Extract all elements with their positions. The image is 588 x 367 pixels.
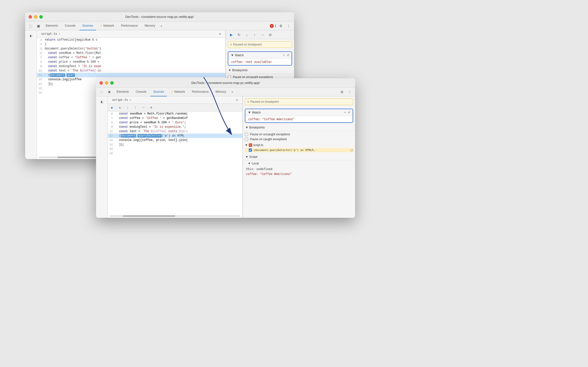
more-options-icon-1[interactable]: ⋮ (285, 23, 292, 29)
close-button-2[interactable] (99, 81, 103, 85)
step-out-btn-2[interactable]: ↑ (132, 104, 139, 111)
minimize-button-2[interactable] (105, 81, 108, 85)
breakpoints-header-1[interactable]: ▼ Breakpoints (226, 67, 294, 74)
step-into-btn-2[interactable]: ↓ (124, 104, 131, 111)
minimize-button-1[interactable] (34, 15, 37, 19)
triangle-icon-2: ▼ (248, 111, 251, 114)
step-over-btn-1[interactable]: ↻ (236, 31, 242, 38)
watch-title-1[interactable]: ▼ Watch (231, 53, 244, 57)
expand-icon-1[interactable]: ⊡ (217, 31, 223, 37)
info-icon-1: ℹ (230, 43, 232, 46)
device-icon-2[interactable]: ▣ (106, 89, 113, 95)
step-over-btn-2[interactable]: ↻ (117, 104, 123, 111)
file-nav-icon-1[interactable]: ◧ (28, 32, 34, 39)
code-line2-12: 12 (document.querySelector('p') as HTML (108, 134, 242, 138)
code-line-9: 9 const endingText = 'It is expe (37, 64, 225, 69)
deactivate-btn-2[interactable]: ⊘ (148, 104, 155, 111)
add-watch-btn-2[interactable]: + (344, 111, 346, 114)
cursor-icon-2[interactable]: ⬚ (98, 89, 105, 95)
file-tab-close-2[interactable]: ✕ (130, 98, 131, 102)
paused-banner-1: ℹ Paused on breakpoint (228, 41, 292, 48)
more-tabs-icon-2[interactable]: » (230, 90, 235, 94)
file-tabs-1: script.ts ✕ ⊡ (37, 30, 225, 38)
code-scroll-2[interactable]: 6 const seedNum = Math.floor(Math.random… (108, 112, 242, 214)
devtools-tabs-2: ⬚ ▣ Elements Console Sources Network Per… (96, 88, 355, 96)
code-line-7: 7 const coffee = 'Coffee ' + get (37, 55, 225, 60)
file-tab-1[interactable]: script.ts ✕ (39, 31, 63, 37)
watch-actions-1: + ↺ (283, 54, 289, 57)
scope-coffee: coffee: "Coffee Americano" (243, 172, 355, 176)
breakpoints-header-2[interactable]: ▼ Breakpoints (243, 124, 355, 131)
bp-caught-2: Pause on caught exceptions (245, 137, 353, 142)
watch-header-2: ▼ Watch + ↺ (245, 109, 353, 116)
tab-elements-1[interactable]: Elements (43, 22, 61, 30)
add-watch-btn-1[interactable]: + (283, 54, 285, 57)
bp-caught-checkbox-2[interactable] (245, 138, 248, 141)
watch-item-1: coffee: <not available> (228, 59, 292, 65)
resume-btn-1[interactable]: ▶ (228, 31, 235, 38)
file-tab-close-1[interactable]: ✕ (59, 32, 60, 35)
refresh-watch-btn-2[interactable]: ↺ (348, 111, 350, 114)
tab-performance-2[interactable]: Performance (189, 88, 212, 96)
paused-banner-2: ℹ Paused on breakpoint (245, 98, 353, 105)
scope-header[interactable]: ▼ Scope (243, 154, 355, 160)
bp-triangle-2: ▼ (245, 126, 248, 129)
scroll-indicator-2 (110, 215, 240, 217)
close-button-1[interactable] (29, 15, 32, 19)
code-line2-9: 9 const endingText = 'It is expensive.'; (108, 125, 242, 129)
traffic-lights-2 (99, 81, 114, 85)
more-tabs-icon-1[interactable]: » (159, 24, 164, 28)
code-area-2: script.ts ✕ ⊡ ▶ ↻ ↓ ↑ → ⊘ (108, 96, 243, 218)
bp-entry-code: (document.querySelector('p') as HTMLP… (253, 149, 348, 152)
bp-entry-checkbox[interactable] (249, 149, 252, 152)
bp-file-header[interactable]: ▼ ts script.ts (245, 143, 353, 148)
window-title-1: DevTools - consistent-source-map-pc.netl… (125, 15, 194, 19)
tab-network-2[interactable]: Network (168, 88, 188, 96)
tab-sources-2[interactable]: Sources (150, 88, 167, 96)
title-bar-1: DevTools - consistent-source-map-pc.netl… (25, 12, 294, 22)
error-count-1: 1 (275, 24, 276, 28)
code-line2-8: 8 const price = seedNum % 100 + ' Euro'; (108, 120, 242, 125)
local-triangle: ▼ (248, 162, 251, 165)
expand-icon-2[interactable]: ⊡ (234, 97, 240, 103)
step-out-btn-1[interactable]: ↑ (251, 31, 258, 38)
watch-header-1: ▼ Watch + ↺ (228, 52, 292, 59)
step-into-btn-1[interactable]: ↓ (243, 31, 250, 38)
tab-network-1[interactable]: Network (97, 22, 117, 30)
cursor-icon[interactable]: ⬚ (27, 23, 34, 29)
step-btn-1[interactable]: → (259, 31, 266, 38)
tab-memory-2[interactable]: Memory (213, 88, 229, 96)
tab-elements-2[interactable]: Elements (114, 88, 132, 96)
tab-sources-1[interactable]: Sources (79, 22, 96, 30)
scroll-thumb-2 (123, 215, 175, 217)
maximize-button-1[interactable] (39, 15, 43, 19)
bp-file-name: script.ts (253, 143, 263, 147)
settings-icon-2[interactable]: ⚙ (338, 89, 345, 95)
settings-icon-1[interactable]: ⚙ (277, 23, 284, 29)
file-tab-2[interactable]: script.ts ✕ (110, 97, 133, 103)
file-tabs-2: script.ts ✕ ⊡ (108, 96, 242, 104)
more-options-icon-2[interactable]: ⋮ (346, 89, 353, 95)
code-line-6: 6 const seedNum = Math.floor(Mat (37, 51, 225, 55)
device-icon[interactable]: ▣ (35, 23, 42, 29)
bp-line-num: 12 (350, 149, 353, 152)
resume-btn-2[interactable]: ▶ (109, 104, 116, 111)
maximize-button-2[interactable] (110, 81, 114, 85)
refresh-watch-btn-1[interactable]: ↺ (287, 54, 289, 57)
window-title-2: DevTools - consistent-source-map-pc.netl… (191, 81, 260, 85)
code-line-4: 4 } (37, 42, 225, 46)
code-line-11: 11 const text = `The ${coffee} co (37, 69, 225, 73)
file-nav-icon-2[interactable]: ◧ (98, 98, 105, 105)
step-btn-2[interactable]: → (140, 104, 147, 111)
devtools-window-2: DevTools - consistent-source-map-pc.netl… (96, 78, 355, 218)
tab-performance-1[interactable]: Performance (118, 22, 141, 30)
local-header[interactable]: ▼ Local (243, 160, 355, 167)
bp-uncaught-checkbox-2[interactable] (245, 133, 248, 136)
watch-title-2[interactable]: ▼ Watch (248, 111, 261, 114)
tab-memory-1[interactable]: Memory (142, 22, 158, 30)
deactivate-btn-1[interactable]: ⊘ (267, 31, 274, 38)
watch-section-1: ▼ Watch + ↺ coffee: <not available> (228, 51, 292, 66)
scope-this: this: undefined (243, 167, 355, 172)
tab-console-1[interactable]: Console (62, 22, 78, 30)
tab-console-2[interactable]: Console (133, 88, 149, 96)
